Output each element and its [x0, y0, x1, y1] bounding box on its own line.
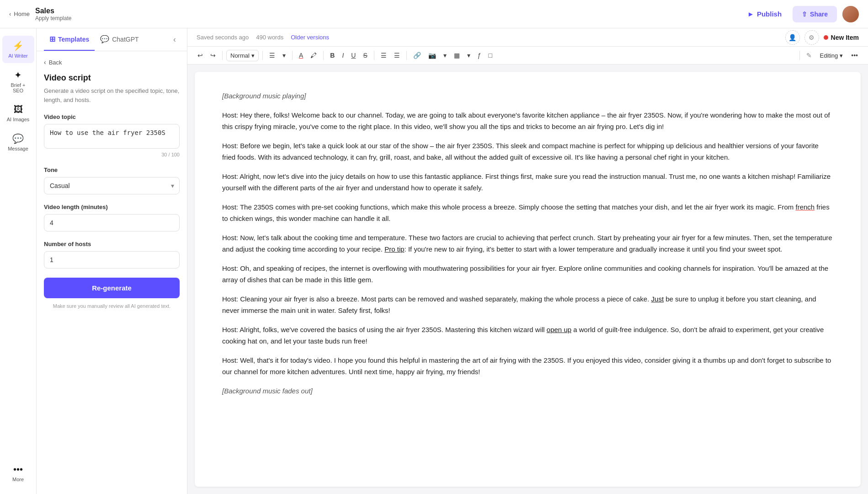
pencil-icon: ✎ [804, 49, 815, 61]
share-icon: ⇧ [802, 11, 807, 18]
image-button[interactable]: 📷 [426, 49, 439, 61]
disclaimer-text: Make sure you manually review all AI gen… [44, 303, 180, 310]
link-button[interactable]: 🔗 [410, 49, 424, 61]
panel-collapse-button[interactable]: ‹ [170, 31, 180, 48]
sidebar-item-message[interactable]: 💬 Message [2, 129, 34, 156]
publish-button[interactable]: ► Publish [742, 6, 787, 21]
templates-icon: ⊞ [49, 35, 55, 43]
image-chevron[interactable]: ▾ [441, 49, 449, 61]
italic-button[interactable]: I [339, 49, 346, 61]
more-options-button[interactable]: ••• [848, 49, 861, 61]
more-icon: ••• [13, 464, 23, 475]
undo-button[interactable]: ↩ [195, 49, 206, 61]
tone-group: Tone Casual Professional Friendly Humoro… [44, 166, 180, 194]
editing-chevron-icon: ▾ [840, 52, 843, 59]
lightning-icon: ⚡ [12, 40, 24, 51]
editor-paragraph: Host: Alright, now let's dive into the j… [222, 171, 833, 194]
table-chevron[interactable]: ▾ [464, 49, 473, 61]
page-title: Sales [35, 7, 71, 15]
editing-button[interactable]: Editing ▾ [816, 50, 847, 61]
num-hosts-input[interactable] [44, 251, 180, 268]
highlight-button[interactable]: 🖍 [308, 49, 320, 61]
settings-button[interactable]: ⚙ [804, 30, 819, 45]
chatgpt-icon: 💬 [100, 35, 109, 43]
home-link[interactable]: ‹ Home [9, 11, 30, 17]
sidebar-item-more[interactable]: ••• More [2, 460, 34, 487]
align-chevron[interactable]: ▾ [280, 49, 288, 61]
editor-paragraph: Host: Hey there, folks! Welcome back to … [222, 109, 833, 133]
number-list-button[interactable]: ☰ [391, 49, 403, 61]
collaborator-button[interactable]: 👤 [785, 30, 800, 45]
templates-tab-label: Templates [58, 36, 89, 43]
avatar-image [842, 6, 859, 22]
tone-select-wrapper: Casual Professional Friendly Humorous ▾ [44, 177, 180, 194]
publish-icon: ► [747, 10, 754, 18]
editor-actions: 👤 ⚙ New Item [785, 30, 859, 45]
tone-label: Tone [44, 166, 180, 173]
saved-status: Saved seconds ago [197, 34, 249, 41]
bold-button[interactable]: B [327, 49, 337, 61]
publish-label: Publish [757, 10, 782, 18]
ai-images-label: AI Images [7, 117, 30, 122]
video-length-group: Video length (minutes) [44, 204, 180, 231]
editor-topbar: Saved seconds ago 490 words Older versio… [187, 28, 868, 47]
redo-button[interactable]: ↪ [208, 49, 218, 61]
editor-paragraph: [Background music playing] [222, 90, 833, 102]
sidebar-item-ai-writer[interactable]: ⚡ AI Writer [2, 36, 34, 63]
video-topic-group: Video topic 30 / 100 [44, 113, 180, 157]
open-up-link[interactable]: open up [547, 326, 571, 333]
regenerate-button[interactable]: Re-generate [44, 278, 180, 298]
text-color-button[interactable]: A [296, 49, 306, 61]
older-versions-link[interactable]: Older versions [291, 34, 329, 41]
panel-body: ‹ Back Video script Generate a video scr… [37, 51, 187, 494]
toolbar-divider-6 [406, 51, 407, 60]
bullet-list-button[interactable]: ☰ [378, 49, 389, 61]
tone-select[interactable]: Casual Professional Friendly Humorous [44, 177, 180, 194]
chevron-left-icon: ‹ [9, 11, 11, 17]
char-count: 30 / 100 [44, 152, 180, 157]
main-layout: ⚡ AI Writer ✦ Brief + SEO 🖼 AI Images 💬 … [0, 28, 868, 494]
underline-button[interactable]: U [348, 49, 358, 61]
tab-chatgpt[interactable]: 💬 ChatGPT [95, 28, 144, 51]
new-item-label: New Item [831, 34, 859, 41]
sidebar-item-brief-seo[interactable]: ✦ Brief + SEO [2, 65, 34, 98]
apply-template-label: Apply template [35, 15, 71, 21]
editor-paragraph: Host: The 2350S comes with pre-set cooki… [222, 201, 833, 225]
num-hosts-group: Number of hosts [44, 241, 180, 268]
editing-label: Editing [820, 52, 838, 59]
style-label: Normal [230, 52, 250, 59]
panel-tabs: ⊞ Templates 💬 ChatGPT ‹ [37, 28, 187, 51]
formula-button[interactable]: ƒ [475, 49, 484, 61]
regenerate-label: Re-generate [92, 284, 132, 292]
brief-seo-label: Brief + SEO [6, 82, 31, 93]
strikethrough-button[interactable]: S [360, 49, 370, 61]
avatar[interactable] [842, 6, 859, 22]
video-topic-input[interactable] [44, 124, 180, 149]
align-button[interactable]: ☰ [266, 49, 278, 61]
home-label: Home [14, 11, 30, 17]
just-link[interactable]: Just [651, 295, 664, 303]
pro-tip-link[interactable]: Pro tip [384, 245, 404, 253]
icon-sidebar: ⚡ AI Writer ✦ Brief + SEO 🖼 AI Images 💬 … [0, 28, 37, 494]
sidebar-item-ai-images[interactable]: 🖼 AI Images [2, 100, 34, 127]
spell-check-word: french [795, 203, 815, 211]
toolbar-divider-2 [262, 51, 263, 60]
num-hosts-label: Number of hosts [44, 241, 180, 247]
breadcrumb: Sales Apply template [35, 7, 71, 21]
status-dot [824, 35, 828, 40]
brief-icon: ✦ [14, 70, 22, 81]
back-link[interactable]: ‹ Back [44, 59, 180, 66]
tab-templates[interactable]: ⊞ Templates [44, 28, 95, 51]
editor-paragraph: Host: Oh, and speaking of recipes, the i… [222, 263, 833, 286]
editor-toolbar: ↩ ↪ Normal ▾ ☰ ▾ A 🖍 B I U S ☰ ☰ 🔗 📷 ▾ [187, 47, 868, 64]
table-button[interactable]: ▦ [451, 49, 463, 61]
share-button[interactable]: ⇧ Share [793, 6, 837, 22]
topbar-right: ► Publish ⇧ Share [742, 6, 859, 22]
style-select[interactable]: Normal ▾ [226, 50, 259, 61]
video-length-input[interactable] [44, 214, 180, 231]
special-button[interactable]: □ [486, 49, 495, 61]
toolbar-divider-3 [292, 51, 293, 60]
editor-content[interactable]: [Background music playing]Host: Hey ther… [195, 72, 861, 487]
editor-paragraph: Host: Before we begin, let's take a quic… [222, 140, 833, 163]
new-item-button[interactable]: New Item [824, 34, 859, 41]
